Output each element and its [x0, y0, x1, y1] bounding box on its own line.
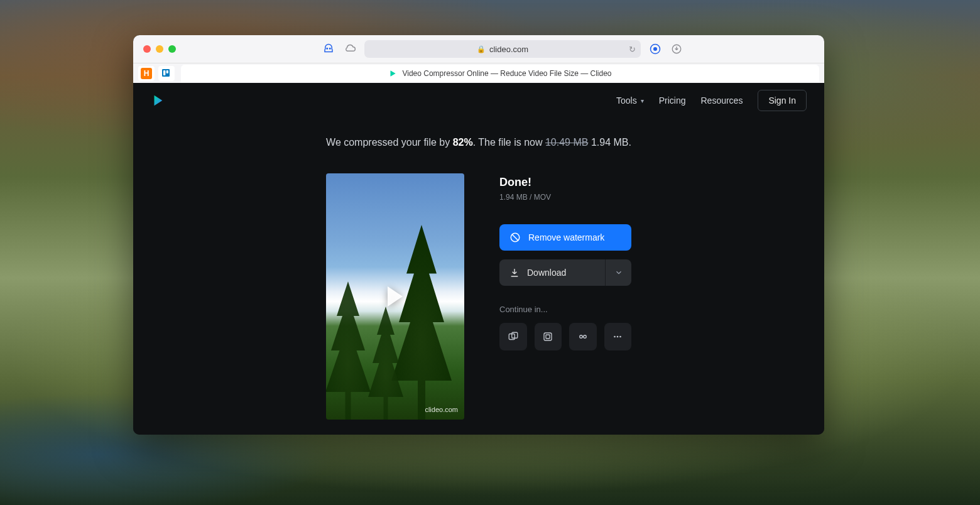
continue-label: Continue in...: [499, 305, 631, 314]
download-button[interactable]: Download: [499, 259, 605, 286]
active-tab[interactable]: Video Compressor Online — Reduce Video F…: [181, 65, 819, 82]
svg-rect-5: [162, 69, 170, 77]
compression-summary: We compressed your file by 82%. The file…: [171, 137, 787, 148]
tab-bar: H Video Compressor Online — Reduce Video…: [133, 63, 824, 83]
file-size: 1.94 MB: [499, 193, 528, 202]
svg-point-18: [619, 336, 621, 338]
svg-point-16: [614, 336, 616, 338]
chevron-down-icon: [614, 268, 623, 277]
summary-mid: . The file is now: [473, 137, 545, 148]
scene-tree: [326, 281, 376, 420]
page-content: Tools ▾ Pricing Resources Sign In We com…: [133, 83, 824, 435]
nav-pricing[interactable]: Pricing: [659, 95, 686, 106]
summary-old-size: 10.49 MB: [545, 137, 588, 148]
svg-point-3: [653, 47, 657, 51]
crop-icon: [577, 331, 589, 342]
nav-resources-label: Resources: [700, 95, 743, 106]
svg-rect-6: [163, 70, 165, 75]
svg-point-0: [327, 48, 328, 50]
nav-tools-label: Tools: [616, 95, 637, 106]
merge-icon: [508, 331, 519, 342]
browser-window: 🔒 clideo.com ↻ H: [133, 35, 824, 435]
trello-icon: [161, 68, 172, 79]
svg-rect-13: [546, 335, 550, 339]
svg-point-17: [617, 336, 619, 338]
window-controls: [143, 45, 176, 53]
video-watermark-text: clideo.com: [425, 406, 458, 413]
nav-pricing-label: Pricing: [659, 95, 686, 106]
browser-toolbar: 🔒 clideo.com ↻: [133, 35, 824, 63]
continue-crop-button[interactable]: [569, 323, 597, 350]
lock-icon: 🔒: [477, 45, 486, 53]
no-symbol-icon: [509, 232, 521, 243]
svg-point-1: [330, 48, 331, 50]
address-bar[interactable]: 🔒 clideo.com ↻: [364, 40, 641, 58]
svg-rect-7: [166, 70, 168, 73]
zoom-window-button[interactable]: [168, 45, 176, 53]
chevron-down-icon: ▾: [641, 97, 644, 104]
result-sidebar: Done! 1.94 MB / MOV Remove watermark: [499, 173, 631, 420]
privacy-extension-icon[interactable]: [322, 42, 335, 56]
signin-label: Sign In: [768, 95, 796, 106]
downloads-icon[interactable]: [670, 42, 683, 56]
minimize-window-button[interactable]: [156, 45, 163, 53]
play-icon: [388, 286, 403, 307]
signin-button[interactable]: Sign In: [758, 90, 807, 111]
address-text: clideo.com: [489, 45, 528, 54]
continue-more-button[interactable]: [604, 323, 632, 350]
tab-title: Video Compressor Online — Reduce Video F…: [402, 69, 611, 78]
continue-merge-button[interactable]: [499, 323, 527, 350]
remove-watermark-label: Remove watermark: [528, 232, 604, 242]
svg-rect-12: [544, 333, 552, 340]
browser-chrome: 🔒 clideo.com ↻ H: [133, 35, 824, 83]
summary-new-size: 1.94 MB.: [588, 137, 631, 148]
pinned-tab-1-icon: H: [141, 68, 152, 79]
continue-resize-button[interactable]: [535, 323, 562, 350]
svg-line-9: [512, 234, 519, 241]
password-manager-icon[interactable]: [648, 42, 662, 56]
file-meta: 1.94 MB / MOV: [499, 193, 631, 202]
remove-watermark-button[interactable]: Remove watermark: [499, 224, 631, 251]
file-meta-sep: /: [528, 193, 534, 202]
continue-actions: [499, 323, 631, 350]
pinned-tab-2[interactable]: [158, 66, 175, 81]
clideo-logo-icon[interactable]: [151, 94, 165, 107]
nav-resources[interactable]: Resources: [700, 95, 743, 106]
summary-prefix: We compressed your file by: [326, 137, 453, 148]
done-title: Done!: [499, 176, 631, 189]
resize-icon: [542, 331, 553, 342]
more-icon: [612, 331, 623, 342]
download-label: Download: [527, 268, 566, 278]
download-options-button[interactable]: [605, 259, 631, 286]
reload-icon[interactable]: ↻: [629, 45, 636, 54]
download-button-group: Download: [499, 259, 631, 286]
download-icon: [509, 268, 520, 278]
nav-tools[interactable]: Tools ▾: [616, 95, 644, 106]
result-row: clideo.com Done! 1.94 MB / MOV Remove wa…: [171, 173, 787, 420]
clideo-favicon-icon: [388, 69, 397, 78]
video-preview[interactable]: clideo.com: [326, 173, 464, 420]
pinned-tab-1[interactable]: H: [138, 66, 155, 81]
svg-point-14: [580, 335, 583, 339]
site-header: Tools ▾ Pricing Resources Sign In: [133, 83, 824, 118]
cloud-sync-icon[interactable]: [343, 42, 357, 56]
close-window-button[interactable]: [143, 45, 151, 53]
main-content: We compressed your file by 82%. The file…: [133, 118, 824, 435]
svg-point-15: [584, 335, 587, 339]
summary-percent: 82%: [453, 137, 473, 148]
file-format: MOV: [534, 193, 551, 202]
